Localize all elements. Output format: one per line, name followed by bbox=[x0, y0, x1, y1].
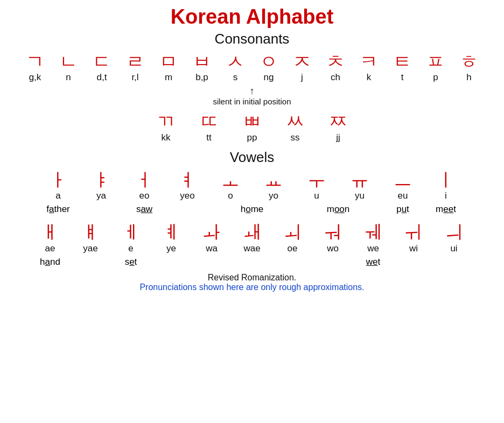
romanization: ui bbox=[450, 243, 457, 255]
romanization: r,l bbox=[131, 72, 138, 83]
vowel2-cell: ㅟwi bbox=[394, 222, 434, 254]
vowel-cell: ㅕyeo bbox=[166, 170, 209, 202]
silent-note: ↑ silent in initial position bbox=[10, 86, 494, 106]
vowel2-cell: ㅐae bbox=[30, 222, 71, 254]
korean-letter: ㅘ bbox=[202, 222, 221, 242]
consonants-row: ㄱg,kㄴnㄷd,tㄹr,lㅁmㅂb,pㅅsㅇngㅈjㅊchㅋkㅌtㅍpㅎh bbox=[10, 52, 494, 83]
korean-letter: ㅈ bbox=[293, 52, 311, 72]
korean-letter: ㅍ bbox=[426, 52, 445, 72]
vowel-cell: ㅑya bbox=[80, 170, 123, 202]
romanization: yu bbox=[355, 190, 365, 202]
korean-letter: ㅢ bbox=[445, 222, 463, 242]
vowel-cell: ㅣi bbox=[424, 170, 467, 202]
vowel2-cell: ㅖye bbox=[151, 222, 192, 254]
romanization: ch bbox=[331, 72, 340, 83]
korean-letter: ㅌ bbox=[393, 52, 411, 72]
romanization: i bbox=[445, 190, 447, 202]
korean-letter: ㄴ bbox=[59, 52, 78, 72]
consonant-cell: ㅈj bbox=[285, 52, 319, 83]
korean-letter: ㅟ bbox=[404, 222, 423, 242]
romanization: e bbox=[128, 243, 133, 255]
romanization: eo bbox=[139, 190, 150, 202]
consonant-cell: ㅁm bbox=[152, 52, 185, 83]
consonant-cell: ㅅs bbox=[219, 52, 252, 83]
romanization: h bbox=[466, 72, 471, 83]
romanization: d,t bbox=[97, 72, 107, 83]
vowel2-example-word: set bbox=[111, 257, 151, 267]
vowel-cell: ㅠyu bbox=[338, 170, 381, 202]
vowels-row2: ㅐaeㅒyaeㅔeㅖyeㅘwaㅙwaeㅚoeㅝwoㅞweㅟwiㅢui bbox=[10, 222, 494, 254]
vowel-cell: ㅛyo bbox=[252, 170, 295, 202]
romanization: wi bbox=[409, 243, 418, 255]
consonant-cell: ㄹr,l bbox=[118, 52, 152, 83]
romanization: ae bbox=[45, 243, 55, 255]
korean-letter: ㄷ bbox=[93, 52, 111, 72]
korean-letter: ㅆ bbox=[286, 111, 304, 131]
romanization: j bbox=[301, 72, 303, 83]
vowel-example-word: meet bbox=[424, 204, 467, 215]
korean-letter: ㅔ bbox=[122, 222, 140, 242]
romanization: pp bbox=[247, 132, 257, 144]
korean-letter: ㅛ bbox=[264, 170, 283, 190]
consonant-cell: ㅇng bbox=[252, 52, 285, 83]
romanization: eu bbox=[398, 190, 408, 202]
vowel2-cell: ㅢui bbox=[434, 222, 474, 254]
vowel-cell: ㅓeo bbox=[123, 170, 166, 202]
romanization: jj bbox=[336, 132, 340, 144]
korean-letter: ㅉ bbox=[329, 111, 347, 131]
vowel2-cell: ㅔe bbox=[111, 222, 151, 254]
romanization: u bbox=[314, 190, 319, 202]
romanization: s bbox=[233, 72, 238, 83]
romanization: yae bbox=[83, 243, 97, 255]
romanization: o bbox=[228, 190, 233, 202]
double-consonants: ㄲkkㄸttㅃppㅆssㅉjj bbox=[10, 111, 494, 143]
vowel-example-word: put bbox=[381, 204, 424, 215]
romanization: yo bbox=[269, 190, 278, 202]
vowel2-cell: ㅙwae bbox=[232, 222, 272, 254]
korean-letter: ㅋ bbox=[360, 52, 378, 72]
footer-line1: Revised Romanization. bbox=[10, 273, 494, 283]
korean-letter: ㅐ bbox=[41, 222, 59, 242]
korean-letter: ㅚ bbox=[283, 222, 302, 242]
consonant-cell: ㄱg,k bbox=[18, 52, 52, 83]
vowel-cell: ㅡeu bbox=[381, 170, 424, 202]
consonant-cell: ㄷd,t bbox=[85, 52, 118, 83]
consonant-cell: ㄴn bbox=[52, 52, 85, 83]
vowel-cell: ㅗo bbox=[209, 170, 252, 202]
korean-letter: ㅎ bbox=[460, 52, 478, 72]
consonant-cell: ㅊch bbox=[319, 52, 352, 83]
vowel2-example-word: wet bbox=[353, 257, 394, 267]
romanization: g,k bbox=[29, 72, 41, 83]
consonant-cell: ㅂb,p bbox=[185, 52, 219, 83]
korean-letter: ㄱ bbox=[26, 52, 44, 72]
romanization: k bbox=[367, 72, 372, 83]
korean-letter: ㅏ bbox=[49, 170, 67, 190]
double-consonant-cell: ㄸtt bbox=[187, 111, 230, 143]
korean-letter: ㅕ bbox=[178, 170, 197, 190]
vowel-example-word: saw bbox=[123, 204, 166, 215]
romanization: ng bbox=[264, 72, 274, 83]
romanization: yeo bbox=[180, 190, 194, 202]
romanization: kk bbox=[162, 132, 171, 144]
romanization: we bbox=[367, 243, 379, 255]
korean-letter: ㅙ bbox=[243, 222, 261, 242]
korean-letter: ㅒ bbox=[81, 222, 100, 242]
korean-letter: ㅗ bbox=[221, 170, 240, 190]
romanization: ye bbox=[166, 243, 176, 255]
double-consonant-cell: ㄲkk bbox=[144, 111, 187, 143]
vowel2-cell: ㅝwo bbox=[313, 222, 353, 254]
vowel2-example-word: hand bbox=[30, 257, 71, 267]
romanization: tt bbox=[206, 132, 211, 144]
korean-letter: ㅖ bbox=[162, 222, 180, 242]
vowel2-cell: ㅘwa bbox=[192, 222, 232, 254]
korean-letter: ㅜ bbox=[307, 170, 326, 190]
vowel-examples2: handsetwet bbox=[10, 257, 494, 267]
romanization: b,p bbox=[195, 72, 208, 83]
romanization: p bbox=[433, 72, 438, 83]
korean-letter: ㅓ bbox=[135, 170, 153, 190]
double-consonant-cell: ㅉjj bbox=[317, 111, 360, 143]
vowel2-cell: ㅒyae bbox=[71, 222, 111, 254]
romanization: a bbox=[55, 190, 60, 202]
footer: Revised Romanization. Pronunciations sho… bbox=[10, 273, 494, 292]
romanization: n bbox=[66, 72, 71, 83]
